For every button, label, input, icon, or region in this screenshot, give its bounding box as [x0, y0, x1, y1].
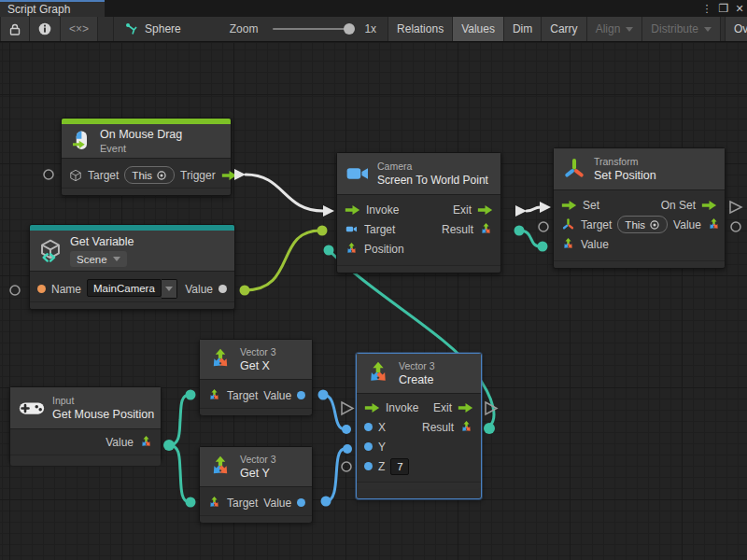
toolbar-button-overview[interactable]: Overview: [725, 17, 747, 41]
transform-icon: [561, 217, 575, 231]
flow-arrow-icon: [364, 402, 380, 413]
vector3-icon: [207, 388, 221, 402]
port-label-exit: Exit: [453, 203, 472, 217]
toolbar-spacer: [98, 17, 114, 41]
node-footer: [10, 455, 161, 466]
port-dot-value[interactable]: [297, 498, 305, 507]
port-label-exit: Exit: [433, 401, 452, 414]
variable-name-dropdown-button[interactable]: [162, 279, 177, 299]
port-label-target: Target: [227, 497, 258, 510]
flow-arrow-icon: [458, 402, 473, 413]
zoom-slider-handle[interactable]: [344, 23, 355, 35]
z-value-field[interactable]: 7: [390, 458, 409, 475]
inspect-button[interactable]: [30, 17, 61, 41]
target-picker-icon[interactable]: [156, 170, 167, 181]
node-category: Transform: [594, 156, 656, 168]
port-label-value-in: Value: [581, 238, 609, 251]
toolbar-button-carry[interactable]: Carry: [542, 17, 586, 41]
node-footer: [62, 188, 231, 195]
flow-arrow-icon: [345, 204, 360, 216]
node-footer: [200, 408, 312, 415]
port-label-name: Name: [51, 283, 81, 296]
window-menu-icon[interactable]: ⋮: [699, 0, 714, 17]
port-dot-value[interactable]: [218, 285, 227, 293]
node-title: Create: [399, 372, 435, 387]
this-target-chip[interactable]: This: [124, 166, 175, 184]
port-label-on-set: On Set: [661, 199, 696, 212]
close-icon[interactable]: ✕: [732, 0, 747, 17]
this-target-chip[interactable]: This: [617, 216, 668, 233]
node-get-y[interactable]: Vector 3 Get Y Target Value: [199, 446, 313, 523]
maximize-icon[interactable]: ❐: [716, 0, 731, 17]
chevron-down-icon: [165, 287, 173, 291]
camera-icon: [345, 161, 370, 186]
lock-button[interactable]: [0, 17, 30, 41]
port-label-result: Result: [422, 421, 454, 434]
vector3-icon: [208, 455, 233, 479]
port-label-invoke: Invoke: [386, 401, 418, 414]
toolbar-button-values[interactable]: Values: [453, 17, 504, 41]
toolbar: <×> Sphere Zoom 1x Relations Values Dim …: [0, 17, 747, 42]
camera-icon: [345, 223, 359, 235]
breadcrumb[interactable]: Sphere: [114, 17, 192, 41]
vector3-icon: [365, 360, 391, 386]
scene-variable-icon: [38, 239, 63, 263]
gamepad-icon: [19, 398, 45, 419]
toolbar-button-dim[interactable]: Dim: [504, 17, 542, 41]
port-dot-value[interactable]: [297, 391, 305, 399]
node-title: Get Y: [240, 466, 276, 481]
node-screen-to-world-point[interactable]: Camera Screen To World Point Invoke Exit…: [336, 152, 501, 273]
node-get-mouse-position[interactable]: Input Get Mouse Position Value: [9, 386, 162, 461]
vector3-icon: [208, 347, 233, 371]
toolbar-button-relations[interactable]: Relations: [388, 17, 453, 41]
chevron-down-icon: [704, 27, 712, 32]
flow-arrow-icon: [221, 170, 237, 181]
port-label-value: Value: [106, 436, 134, 449]
port-label-result: Result: [442, 223, 473, 236]
port-dot-y[interactable]: [364, 442, 373, 451]
node-title: Screen To World Point: [377, 173, 488, 188]
chevron-down-icon: [626, 27, 633, 32]
port-label-value: Value: [263, 497, 291, 510]
vector3-icon: [459, 420, 473, 434]
node-footer: [30, 301, 234, 309]
port-label-x: X: [378, 421, 386, 434]
flow-arrow-icon: [477, 204, 493, 216]
title-bar: Script Graph ⋮ ❐ ✕: [0, 0, 747, 17]
node-get-x[interactable]: Vector 3 Get X Target Value: [199, 339, 313, 415]
port-dot-z[interactable]: [364, 462, 373, 470]
node-footer: [200, 515, 312, 523]
port-label-target: Target: [227, 389, 258, 402]
port-label-target: Target: [88, 169, 119, 182]
tab-script-graph[interactable]: Script Graph: [0, 0, 105, 17]
graph-icon: [125, 22, 138, 35]
variable-scope-dropdown[interactable]: Scene: [70, 251, 127, 267]
port-dot-name[interactable]: [37, 285, 46, 293]
node-subtitle: Event: [100, 142, 182, 155]
port-dot-x[interactable]: [364, 423, 373, 431]
port-label-trigger: Trigger: [180, 169, 216, 182]
port-label-target: Target: [364, 223, 395, 236]
toolbar-button-distribute[interactable]: Distribute: [642, 17, 721, 41]
port-label-target: Target: [581, 218, 612, 231]
breadcrumb-graph-name: Sphere: [145, 22, 181, 35]
port-label-y: Y: [378, 441, 386, 454]
code-preview-button[interactable]: <×>: [61, 17, 98, 41]
variable-name-field[interactable]: MainCamera: [87, 279, 162, 297]
gameobject-cube-icon: [69, 169, 82, 182]
zoom-slider[interactable]: [267, 17, 357, 41]
chevron-down-icon: [113, 257, 120, 261]
target-picker-icon[interactable]: [649, 219, 660, 231]
node-on-mouse-drag[interactable]: On Mouse Drag Event Target This Trigger: [61, 118, 232, 196]
lock-icon: [9, 23, 21, 35]
zoom-slider-track[interactable]: [273, 28, 351, 30]
transform-icon: [562, 157, 586, 181]
vector3-icon: [139, 435, 153, 449]
toolbar-button-align[interactable]: Align: [587, 17, 643, 41]
node-vector3-create[interactable]: Vector 3 Create Invoke Exit X Result: [356, 353, 482, 499]
vector3-icon: [207, 496, 221, 510]
node-footer: [357, 482, 481, 489]
flow-arrow-icon: [561, 200, 577, 211]
node-get-variable[interactable]: Get Variable Scene Name MainCamera: [29, 224, 235, 310]
node-set-position[interactable]: Transform Set Position Set On Set Target…: [553, 147, 726, 269]
